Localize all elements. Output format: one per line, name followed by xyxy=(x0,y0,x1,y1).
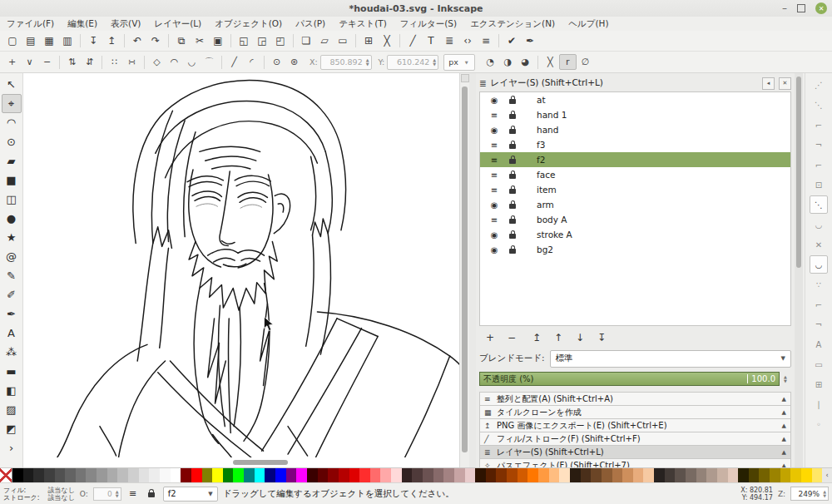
spellcheck-button[interactable]: ✔ xyxy=(503,32,521,49)
paste-button[interactable]: ▣ xyxy=(209,32,227,49)
layer-row[interactable]: ≡ body A xyxy=(480,212,790,227)
next-param-button[interactable]: ◕ xyxy=(517,54,534,70)
color-swatch[interactable] xyxy=(296,468,307,482)
color-swatch[interactable] xyxy=(23,468,34,482)
auto-node-button[interactable]: ⌒ xyxy=(201,54,218,70)
align-dialog-button[interactable]: ≡ xyxy=(477,32,495,49)
layer-lock-toggle[interactable] xyxy=(502,231,523,239)
color-swatch[interactable] xyxy=(518,468,528,482)
selector-tool[interactable]: ↖ xyxy=(2,75,22,94)
snap-toggle-button[interactable]: ⋱ xyxy=(810,195,828,214)
vertical-scroll-thumb[interactable] xyxy=(462,86,468,452)
panel-close-button[interactable]: ✕ xyxy=(779,77,791,90)
color-swatch[interactable] xyxy=(423,468,433,482)
ellipse-tool[interactable]: ● xyxy=(2,209,22,228)
color-swatch[interactable] xyxy=(759,468,770,482)
color-swatch[interactable] xyxy=(475,468,486,482)
color-swatch[interactable] xyxy=(412,468,423,482)
zoom-page-button[interactable]: ◰ xyxy=(271,32,290,49)
layers-panel-header[interactable]: ≣ レイヤー(S) (Shift+Ctrl+L) ▲ xyxy=(479,445,791,459)
color-swatch[interactable] xyxy=(570,468,581,482)
color-swatch[interactable] xyxy=(223,468,234,482)
color-swatch[interactable] xyxy=(349,468,360,482)
spray-tool[interactable]: ⁂ xyxy=(2,343,22,362)
layer-lock-toggle[interactable] xyxy=(502,111,523,119)
layer-visibility-toggle[interactable]: ≡ xyxy=(487,170,502,180)
open-button[interactable]: ▤ xyxy=(22,32,40,49)
color-swatch[interactable] xyxy=(117,468,128,482)
insert-node-button[interactable]: + xyxy=(3,54,21,70)
layer-visibility-toggle[interactable]: ≡ xyxy=(487,111,502,120)
layer-row[interactable]: ◉ bg2 xyxy=(480,242,790,257)
layer-row[interactable]: ≡ f3 xyxy=(480,137,790,152)
node-tool[interactable]: ⌖ xyxy=(2,94,22,113)
color-swatch[interactable] xyxy=(244,468,255,482)
symmetric-node-button[interactable]: ◡ xyxy=(183,54,201,70)
canvas-vertical-scrollbar[interactable] xyxy=(459,73,469,467)
snap-toggle-button[interactable]: ¬ xyxy=(810,315,828,334)
layer-lock-toggle[interactable] xyxy=(502,216,523,224)
delete-node-button[interactable]: − xyxy=(38,54,56,70)
stroke-to-path-button[interactable]: ⊛ xyxy=(285,54,303,70)
menu-help[interactable]: ヘルプ(H) xyxy=(562,17,615,31)
color-swatch[interactable] xyxy=(780,468,791,482)
color-swatch[interactable] xyxy=(107,468,118,482)
layer-lock-toggle[interactable] xyxy=(502,156,523,164)
snap-toggle-button[interactable]: ◦ xyxy=(810,415,828,433)
layer-lock-toggle[interactable] xyxy=(502,186,523,194)
zoom-tool[interactable]: ⊙ xyxy=(2,132,22,151)
x-spin-arrows[interactable]: ▲▼ xyxy=(364,58,371,66)
color-swatch[interactable] xyxy=(202,468,213,482)
maximize-button[interactable] xyxy=(797,4,805,12)
opacity-spin-arrows[interactable]: ▲▼ xyxy=(114,490,121,497)
color-swatch[interactable] xyxy=(76,468,87,482)
color-swatch[interactable] xyxy=(749,468,760,482)
color-swatch[interactable] xyxy=(212,468,223,482)
print-button[interactable]: ▥ xyxy=(58,32,77,49)
show-transform-handles-button[interactable]: ╳ xyxy=(542,54,559,70)
toolbox-overflow[interactable]: › xyxy=(2,438,22,457)
color-swatch[interactable] xyxy=(454,468,465,482)
import-button[interactable]: ↧ xyxy=(84,32,102,49)
menu-layer[interactable]: レイヤー(L) xyxy=(147,17,208,31)
menu-extensions[interactable]: エクステンション(N) xyxy=(463,17,562,31)
menu-text[interactable]: テキスト(T) xyxy=(332,17,394,31)
zoom-selection-button[interactable]: ◱ xyxy=(235,32,253,49)
x-coord-input[interactable] xyxy=(321,57,364,67)
xml-editor-button[interactable]: ‹› xyxy=(458,32,477,49)
color-swatch[interactable] xyxy=(527,468,538,482)
color-swatch[interactable] xyxy=(33,468,44,482)
new-document-button[interactable]: ▢ xyxy=(3,32,22,49)
color-swatch[interactable] xyxy=(149,468,160,482)
measure-tool[interactable]: ▰ xyxy=(2,151,22,170)
dock-scroll-thumb[interactable] xyxy=(796,77,801,268)
canvas-horizontal-scrollbar[interactable] xyxy=(23,457,459,467)
color-swatch[interactable] xyxy=(255,468,265,482)
export-png-panel-header[interactable]: ↥ PNG 画像にエクスポート(E) (Shift+Ctrl+E) ▲ xyxy=(479,418,791,432)
gradient-tool[interactable]: ▨ xyxy=(2,400,22,419)
color-swatch[interactable] xyxy=(602,468,612,482)
layer-visibility-toggle[interactable]: ◉ xyxy=(487,126,502,135)
dropper-tool[interactable]: ◩ xyxy=(2,419,22,438)
x-coord-field[interactable]: ▲▼ xyxy=(320,55,372,70)
preferences-button[interactable]: ✒ xyxy=(521,32,539,49)
add-layer-button[interactable]: + xyxy=(481,330,499,345)
color-swatch[interactable] xyxy=(318,468,329,482)
zoom-drawing-button[interactable]: ◲ xyxy=(253,32,271,49)
color-swatch[interactable] xyxy=(380,468,391,482)
y-coord-input[interactable] xyxy=(388,57,431,67)
join-segment-button[interactable]: ∷ xyxy=(106,54,123,70)
rect-tool[interactable]: ■ xyxy=(2,170,22,190)
y-coord-field[interactable]: ▲▼ xyxy=(387,55,438,70)
edit-clip-button[interactable]: ◔ xyxy=(482,54,499,70)
dock-scrollbar[interactable] xyxy=(795,73,803,467)
layer-visibility-toggle[interactable]: ◉ xyxy=(487,230,502,240)
color-swatch[interactable] xyxy=(622,468,633,482)
layer-visibility-toggle[interactable]: ≡ xyxy=(487,141,502,150)
layer-visibility-toggle[interactable]: ◉ xyxy=(487,200,502,210)
show-bezier-handles-button[interactable]: r xyxy=(559,54,577,70)
color-swatch[interactable] xyxy=(717,468,728,482)
ungroup-objects-button[interactable]: ╳ xyxy=(378,32,396,49)
pencil-tool[interactable]: ✎ xyxy=(2,266,22,285)
close-button[interactable]: ✕ xyxy=(815,2,827,14)
